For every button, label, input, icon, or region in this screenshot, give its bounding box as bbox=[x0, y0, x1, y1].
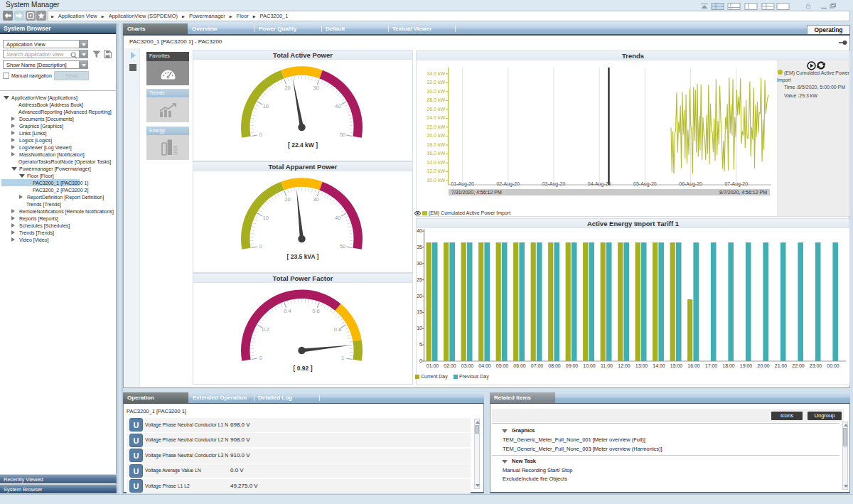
svg-text:0.4: 0.4 bbox=[284, 308, 291, 314]
svg-text:0.2: 0.2 bbox=[262, 326, 269, 333]
svg-text:50: 50 bbox=[340, 243, 345, 250]
svg-text:30: 30 bbox=[313, 196, 318, 203]
svg-text:0.8: 0.8 bbox=[334, 326, 341, 333]
svg-text:40: 40 bbox=[335, 215, 340, 221]
svg-text:10: 10 bbox=[263, 215, 269, 221]
svg-text:30: 30 bbox=[313, 85, 318, 91]
svg-text:1: 1 bbox=[341, 355, 344, 361]
svg-text:10: 10 bbox=[263, 103, 269, 109]
svg-text:20: 20 bbox=[284, 196, 290, 203]
svg-text:20: 20 bbox=[284, 85, 290, 91]
svg-text:0.6: 0.6 bbox=[312, 308, 319, 314]
svg-text:0: 0 bbox=[259, 355, 262, 361]
svg-text:40: 40 bbox=[335, 103, 340, 109]
svg-text:0: 0 bbox=[259, 243, 262, 250]
svg-text:50: 50 bbox=[340, 132, 345, 138]
svg-text:0: 0 bbox=[259, 132, 262, 138]
